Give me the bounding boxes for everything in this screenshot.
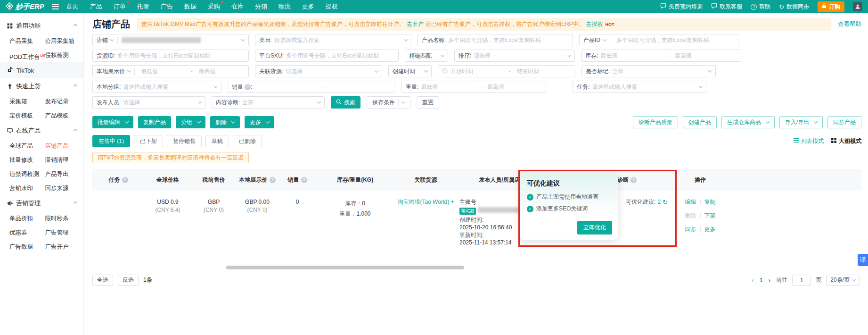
delete-link[interactable]: 删除 <box>685 212 696 220</box>
sidebar-item-shared-collect-box[interactable]: 公用采集箱 <box>45 34 81 48</box>
off-shelf-link[interactable]: 下架 <box>704 212 716 220</box>
sidebar-item-infringement-check[interactable]: 侵权检测 <box>45 48 81 62</box>
app-logo[interactable]: 妙手ERP <box>6 2 44 11</box>
page-size-select[interactable]: 20条/页 <box>826 275 860 286</box>
nav-purchase[interactable]: 采购 <box>208 2 220 11</box>
create-time-select[interactable]: 创建时间 <box>388 65 432 77</box>
weight-range-filter[interactable]: 重量: 最低值 - 最高值 <box>401 81 546 93</box>
product-id-filter[interactable]: 产品ID 多个用逗号分隔，支持Excel复制粘贴 <box>579 34 739 46</box>
question-icon[interactable]: ? <box>270 177 276 183</box>
sidebar-item-coupon[interactable]: 优惠券 <box>9 226 45 240</box>
shop-filter[interactable]: 店铺 <box>92 34 249 46</box>
data-sync-link[interactable]: ↻ 数据同步 <box>779 3 809 11</box>
batch-edit-button[interactable]: 批量编辑 <box>92 116 133 128</box>
sidebar-section-marketing[interactable]: 营销管理 <box>0 195 83 211</box>
exact-match-select[interactable]: 精确匹配 <box>405 50 448 62</box>
task-filter[interactable]: 任务: 请选择或输入搜索 <box>573 81 706 93</box>
generate-warehouse-item-button[interactable]: 生成仓库商品 <box>721 116 775 128</box>
tab-deleted[interactable]: 已删除 <box>233 135 262 147</box>
more-button[interactable]: 更多 <box>245 116 274 128</box>
sidebar-item-ad-management[interactable]: 广告管理 <box>45 226 81 240</box>
nav-distribution[interactable]: 分销 <box>255 2 267 11</box>
sidebar-item-item-discount[interactable]: 单品折扣 <box>9 211 45 226</box>
sidebar-item-product-export[interactable]: 产品导出 <box>45 167 81 181</box>
view-help-link[interactable]: 查看帮助 <box>838 20 861 28</box>
open-account-link[interactable]: 去开户 <box>407 20 424 28</box>
tab-paused[interactable]: 暂停销售 <box>167 135 202 147</box>
source-link[interactable]: 淘宝跨境(Tao World) + <box>397 199 454 205</box>
create-product-button[interactable]: 创建产品 <box>683 116 717 128</box>
delete-button[interactable]: 删除 <box>210 116 240 128</box>
nav-more[interactable]: 更多 <box>302 2 314 11</box>
optimize-now-button[interactable]: 立即优化 <box>577 221 612 234</box>
sidebar-section-quick-listing[interactable]: 快速上货 <box>0 78 83 94</box>
grid-mode-toggle[interactable]: 大图模式 <box>831 137 861 145</box>
translate-float-button[interactable]: 译 <box>858 254 868 266</box>
help-link[interactable]: ? 帮助 <box>751 3 770 11</box>
copy-link[interactable]: 复制 <box>704 198 716 206</box>
current-page[interactable]: 1 <box>760 277 763 284</box>
tab-draft[interactable]: 草稿 <box>205 135 229 147</box>
group-button[interactable]: 分组 <box>176 116 205 128</box>
more-link[interactable]: 更多 <box>704 226 716 234</box>
nav-ads[interactable]: 广告 <box>161 2 173 11</box>
tab-off-shelf[interactable]: 已下架 <box>134 135 163 147</box>
sidebar-item-product-collect[interactable]: 产品采集 <box>9 34 45 48</box>
category-filter[interactable]: 类目: 请选择或输入搜索 <box>255 34 411 46</box>
sidebar-item-watermark[interactable]: 营销水印 <box>9 181 45 195</box>
page-input[interactable]: 1 <box>792 275 811 286</box>
sidebar-item-batch-edit[interactable]: 批量修改 <box>9 153 45 167</box>
sidebar-item-ad-account-opening[interactable]: 广告开户 <box>45 240 81 254</box>
nav-home[interactable]: 首页 <box>66 2 79 11</box>
tab-on-sale[interactable]: 在售中 (1) <box>92 135 130 147</box>
authorize-link[interactable]: 去授权 <box>586 20 603 28</box>
stock-range-filter[interactable]: 库存: 最低值 - 最高值 <box>581 50 741 62</box>
date-range-filter[interactable]: 开始时间 - 结束时间 <box>438 65 575 77</box>
diagnosis-count-link[interactable]: 2 <box>657 198 661 206</box>
marked-filter[interactable]: 是否标记: 全部 <box>581 65 716 77</box>
sort-filter[interactable]: 排序: 请选择 <box>454 50 575 62</box>
source-id-filter[interactable]: 货源ID: 多个用逗号分隔，支持Excel复制粘贴 <box>92 50 249 62</box>
sync-product-button[interactable]: 同步产品 <box>827 116 861 128</box>
sidebar-item-publish-records[interactable]: 发布记录 <box>45 94 81 109</box>
local-price-range-filter[interactable]: 本地展示价 最低值 - 最高值 <box>92 65 249 77</box>
avatar[interactable] <box>853 2 862 11</box>
platform-sku-filter[interactable]: 平台SKU: 多个用逗号分隔，支持Excel复制粘贴 <box>255 50 399 62</box>
next-page-button[interactable]: › <box>767 276 771 284</box>
prev-page-button[interactable]: ‹ <box>751 276 755 284</box>
search-button[interactable]: 搜索 <box>331 96 360 109</box>
diagnose-quality-button[interactable]: 诊断产品质量 <box>633 116 678 128</box>
free-training-link[interactable]: 免费预约培训 <box>660 3 703 11</box>
sidebar-item-pod-workbench[interactable]: POD工作台Beta <box>9 48 45 62</box>
sidebar-item-slow-moving[interactable]: 滞销清理 <box>45 153 81 167</box>
question-icon[interactable]: ? <box>301 177 307 183</box>
copy-product-button[interactable]: 复制产品 <box>138 116 171 128</box>
sidebar-item-sync-source[interactable]: 同步来源 <box>45 181 81 195</box>
nav-product[interactable]: 产品 <box>90 2 102 11</box>
local-group-filter[interactable]: 本地分组: 请选择或输入搜索 <box>92 81 221 93</box>
nav-logistics[interactable]: 物流 <box>278 2 291 11</box>
select-all-button[interactable]: 全选 <box>92 275 113 286</box>
refresh-icon[interactable]: ↻ <box>663 198 668 206</box>
sidebar-item-collect-box[interactable]: 采集箱 <box>9 94 45 109</box>
sidebar-item-pricing-template[interactable]: 定价模板 <box>9 109 45 123</box>
menu-icon[interactable] <box>52 4 59 9</box>
sidebar-item-global-products[interactable]: 全球产品 <box>9 139 45 153</box>
sidebar-item-flash-sale[interactable]: 限时秒杀 <box>45 211 81 226</box>
invert-selection-button[interactable]: 反选 <box>118 275 139 286</box>
nav-hosting[interactable]: 托管 <box>137 2 149 11</box>
sync-link[interactable]: 同步 <box>685 226 696 234</box>
import-export-button[interactable]: 导入/导出 <box>779 116 823 128</box>
contact-support-link[interactable]: 联系客服 <box>711 3 742 11</box>
sales-range-filter[interactable]: 销量 ? : - <box>228 81 395 93</box>
nav-order[interactable]: 订单 <box>114 2 126 11</box>
related-source-filter[interactable]: 关联货源: 请选择 <box>255 65 382 77</box>
nav-authorize[interactable]: 授权 <box>326 2 338 11</box>
sidebar-item-ad-data[interactable]: 广告数据 <box>9 240 45 254</box>
list-mode-toggle[interactable]: 列表模式 <box>794 137 824 145</box>
sidebar-item-product-template[interactable]: 产品模板 <box>45 109 81 123</box>
nav-warehouse[interactable]: 仓库 <box>231 2 244 11</box>
save-condition-button[interactable]: 保存条件 <box>367 96 410 109</box>
sidebar-item-tiktok[interactable]: TikTok <box>0 62 83 78</box>
sidebar-item-shop-products[interactable]: 店铺产品 <box>45 139 81 153</box>
